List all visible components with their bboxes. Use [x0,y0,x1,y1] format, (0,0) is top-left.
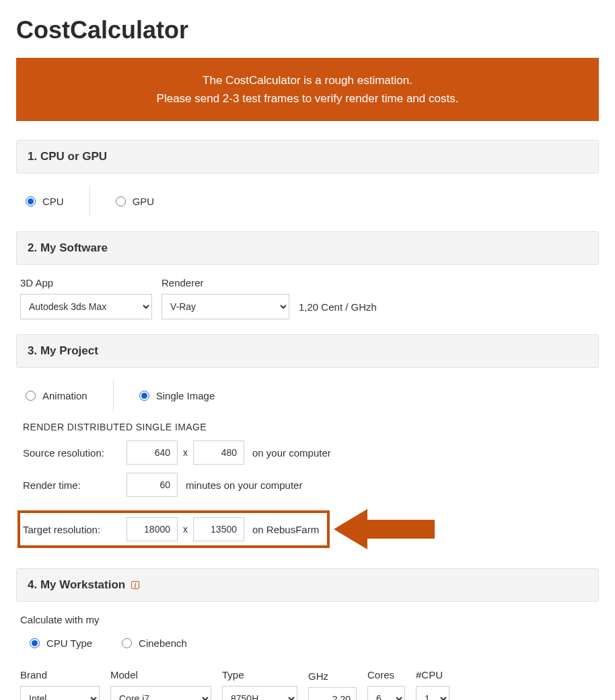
gpu-radio[interactable] [116,196,126,206]
section-4-header: 4. My Workstation i [16,568,599,602]
project-type-group: Animation Single Image [20,380,595,411]
cinebench-label[interactable]: Cinebench [139,637,187,649]
x-separator: x [183,524,188,535]
svg-marker-0 [334,509,435,549]
ghz-label: GHz [308,670,357,682]
target-width-input[interactable] [126,517,178,541]
ncpu-select[interactable]: 1 [416,686,449,700]
banner-line2: Please send 2-3 test frames to verify re… [27,89,588,108]
ncpu-label: #CPU [416,669,449,680]
price-text: 1,20 Cent / GHzh [299,301,377,319]
section-3-header: 3. My Project [16,334,599,368]
single-image-label[interactable]: Single Image [156,390,215,401]
target-resolution-highlight: Target resolution: x on RebusFarm [17,510,330,548]
distributed-heading: RENDER DISTRIBUTED SINGLE IMAGE [23,422,595,432]
renderer-select[interactable]: V-Ray [161,294,289,319]
render-time-input[interactable] [126,473,178,497]
section-4-title: 4. My Workstation [28,578,125,591]
render-time-row: Render time: minutes on your computer [20,473,595,497]
cputype-label[interactable]: CPU Type [46,637,92,649]
target-suffix: on RebusFarm [252,524,319,535]
cpu-label[interactable]: CPU [42,196,64,207]
brand-select[interactable]: Intel [20,686,100,700]
type-select[interactable]: 8750H [222,686,297,700]
divider [89,186,90,217]
calc-method-group: CPU Type Cinebench [20,629,595,657]
type-label: Type [222,669,297,680]
app-select[interactable]: Autodesk 3ds Max [20,294,152,319]
animation-label[interactable]: Animation [42,390,87,401]
calc-with-label: Calculate with my [20,614,595,625]
render-time-label: Render time: [23,479,121,491]
target-height-input[interactable] [193,517,244,541]
cpu-gpu-group: CPU GPU [20,186,595,217]
banner-line1: The CostCalculator is a rough estimation… [27,71,588,89]
source-width-input[interactable] [126,440,178,465]
gpu-label[interactable]: GPU [133,196,155,207]
source-res-label: Source resolution: [23,447,121,459]
cores-label: Cores [367,669,405,680]
arrow-left-icon [334,505,435,553]
section-1-header: 1. CPU or GPU [16,140,599,173]
source-resolution-row: Source resolution: x on your computer [20,440,595,465]
animation-radio[interactable] [26,391,36,401]
divider [113,380,114,411]
source-suffix: on your computer [252,447,331,459]
page-title: CostCalculator [16,16,599,44]
app-label: 3D App [20,277,152,288]
brand-label: Brand [20,669,100,680]
source-height-input[interactable] [193,440,244,465]
section-2-header: 2. My Software [16,231,599,265]
x-separator: x [183,447,188,458]
info-banner: The CostCalculator is a rough estimation… [16,58,599,121]
cpu-radio[interactable] [26,196,36,206]
single-image-radio[interactable] [139,391,149,401]
renderer-label: Renderer [161,277,289,288]
cputype-radio[interactable] [30,638,40,648]
target-res-label: Target resolution: [23,524,121,535]
render-time-suffix: minutes on your computer [186,479,302,491]
model-label: Model [110,669,211,680]
model-select[interactable]: Core i7 [110,686,211,700]
ghz-input[interactable] [308,687,357,700]
info-icon[interactable]: i [131,581,139,589]
cinebench-radio[interactable] [122,638,132,648]
cores-select[interactable]: 6 [367,686,405,700]
